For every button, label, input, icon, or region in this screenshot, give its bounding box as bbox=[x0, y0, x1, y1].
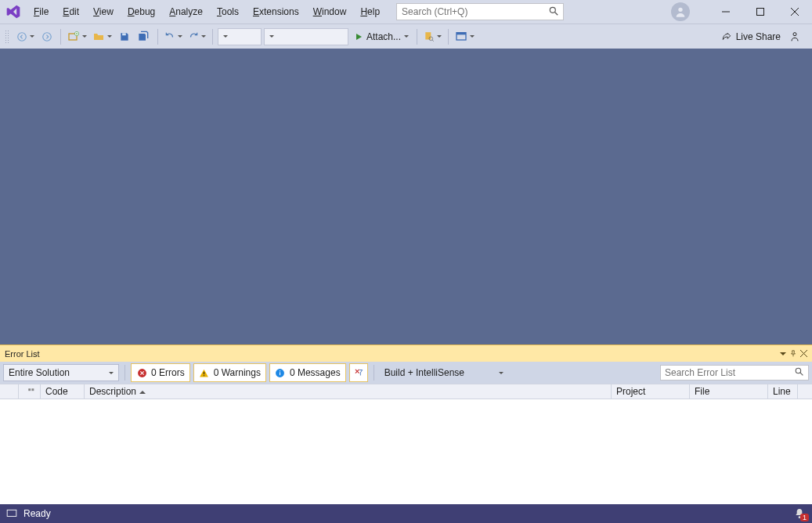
open-file-button[interactable] bbox=[91, 28, 114, 45]
main-menu: File Edit View Debug Analyze Tools Exten… bbox=[27, 2, 387, 21]
window-layout-button[interactable] bbox=[453, 28, 476, 45]
live-share-button[interactable]: Live Share bbox=[721, 31, 781, 42]
menu-help[interactable]: Help bbox=[353, 2, 387, 21]
warning-icon bbox=[199, 367, 210, 378]
solution-platform-dropdown[interactable] bbox=[264, 28, 348, 45]
nav-forward-button[interactable] bbox=[38, 28, 56, 45]
standard-toolbar: Attach... Live Share bbox=[0, 23, 812, 49]
menu-extensions[interactable]: Extensions bbox=[246, 2, 306, 21]
close-button[interactable] bbox=[778, 0, 812, 23]
menu-analyze[interactable]: Analyze bbox=[162, 2, 210, 21]
person-icon bbox=[789, 31, 801, 43]
col-description[interactable]: Description bbox=[85, 384, 612, 399]
error-grid-header: Code Description Project File Line bbox=[0, 384, 812, 399]
col-file[interactable]: File bbox=[690, 384, 768, 399]
col-icon[interactable] bbox=[0, 384, 19, 399]
attach-label: Attach... bbox=[366, 31, 401, 42]
col-code[interactable]: Code bbox=[41, 384, 85, 399]
title-bar: File Edit View Debug Analyze Tools Exten… bbox=[0, 0, 812, 23]
panel-close-icon[interactable] bbox=[800, 350, 807, 357]
menu-tools[interactable]: Tools bbox=[210, 2, 246, 21]
svg-point-2 bbox=[678, 8, 682, 12]
search-input[interactable] bbox=[396, 3, 564, 20]
col-line[interactable]: Line bbox=[768, 384, 798, 399]
panel-title-text: Error List bbox=[5, 349, 40, 359]
svg-rect-34 bbox=[28, 388, 31, 391]
svg-rect-18 bbox=[457, 32, 466, 34]
pin-icon[interactable] bbox=[789, 350, 797, 358]
svg-rect-14 bbox=[425, 32, 431, 39]
clear-filters-button[interactable] bbox=[349, 363, 368, 382]
filter-clear-icon bbox=[353, 367, 364, 378]
col-project[interactable]: Project bbox=[612, 384, 690, 399]
save-button[interactable] bbox=[116, 28, 133, 45]
menu-view[interactable]: View bbox=[86, 2, 121, 21]
find-in-files-button[interactable] bbox=[422, 28, 443, 45]
share-icon bbox=[721, 31, 732, 42]
messages-filter[interactable]: 0 Messages bbox=[269, 363, 346, 382]
col-category[interactable] bbox=[19, 384, 41, 399]
window-controls bbox=[709, 0, 812, 23]
info-icon bbox=[275, 367, 286, 378]
status-text: Ready bbox=[23, 508, 51, 519]
error-source-dropdown[interactable]: Build + IntelliSense bbox=[380, 364, 508, 381]
status-bar: Ready 1 bbox=[0, 504, 812, 523]
svg-rect-13 bbox=[122, 33, 126, 35]
new-project-button[interactable] bbox=[66, 28, 88, 45]
svg-rect-36 bbox=[7, 510, 16, 516]
notifications-button[interactable]: 1 bbox=[793, 507, 806, 520]
error-search-input[interactable] bbox=[660, 365, 809, 381]
minimize-button[interactable] bbox=[709, 0, 743, 23]
svg-rect-28 bbox=[280, 372, 280, 375]
notification-badge: 1 bbox=[800, 514, 809, 521]
toolbar-grip[interactable] bbox=[5, 30, 9, 44]
menu-window[interactable]: Window bbox=[306, 2, 354, 21]
solution-config-dropdown[interactable] bbox=[218, 28, 262, 45]
panel-options-icon[interactable] bbox=[780, 351, 786, 357]
maximize-button[interactable] bbox=[743, 0, 778, 23]
svg-line-16 bbox=[432, 40, 434, 41]
output-icon[interactable] bbox=[6, 509, 17, 518]
document-area bbox=[0, 49, 812, 344]
errors-filter[interactable]: 0 Errors bbox=[131, 363, 190, 382]
svg-rect-29 bbox=[280, 370, 280, 371]
svg-rect-35 bbox=[31, 388, 34, 391]
svg-rect-25 bbox=[204, 371, 204, 373]
svg-point-8 bbox=[43, 32, 52, 41]
svg-rect-26 bbox=[204, 375, 204, 376]
error-scope-dropdown[interactable]: Entire Solution bbox=[3, 364, 119, 381]
feedback-button[interactable] bbox=[789, 31, 801, 43]
redo-button[interactable] bbox=[186, 28, 208, 45]
svg-point-7 bbox=[18, 32, 27, 41]
vs-logo-icon bbox=[0, 4, 27, 20]
col-extra[interactable] bbox=[798, 384, 812, 399]
warnings-filter[interactable]: 0 Warnings bbox=[193, 363, 266, 382]
panel-titlebar[interactable]: Error List bbox=[0, 344, 812, 362]
svg-point-19 bbox=[793, 32, 796, 35]
undo-button[interactable] bbox=[163, 28, 184, 45]
error-grid-body bbox=[0, 399, 812, 504]
menu-edit[interactable]: Edit bbox=[56, 2, 86, 21]
save-all-button[interactable] bbox=[135, 28, 153, 45]
nav-back-button[interactable] bbox=[15, 28, 36, 45]
menu-debug[interactable]: Debug bbox=[121, 2, 162, 21]
error-search bbox=[660, 365, 809, 381]
error-list-panel: Error List Entire Solution 0 Errors 0 Wa… bbox=[0, 344, 812, 504]
error-list-toolbar: Entire Solution 0 Errors 0 Warnings 0 Me… bbox=[0, 362, 812, 384]
global-search bbox=[396, 3, 564, 20]
menu-file[interactable]: File bbox=[27, 2, 56, 21]
error-icon bbox=[136, 367, 147, 378]
svg-rect-4 bbox=[757, 9, 764, 16]
start-attach-button[interactable]: Attach... bbox=[351, 28, 412, 45]
user-account-icon[interactable] bbox=[671, 2, 690, 21]
